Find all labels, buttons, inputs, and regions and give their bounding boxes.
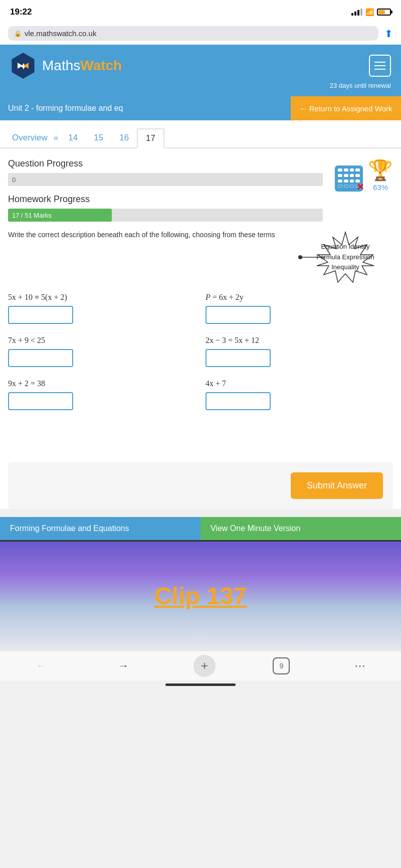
bottom-navigation: ← → + 9 ⋯ [0,650,401,680]
forward-button[interactable]: → [111,653,136,678]
questions-grid: 5x + 10 ≡ 5(x + 2) P = 6x + 2y 7x + 9 < … [0,293,401,432]
question-input-2[interactable] [206,306,271,324]
question-item-5: 9x + 2 = 38 [8,379,195,410]
calculator-icon-wrap: ✕ [335,165,363,192]
homework-progress-label: Homework Progress [8,194,323,205]
tab-17-active[interactable]: 17 [137,128,164,148]
tabs-container: Overview « 14 15 16 17 [0,120,401,148]
question-expr-6: 4x + 7 [206,379,393,388]
question-item-1: 5x + 10 ≡ 5(x + 2) [8,293,195,324]
question-item-3: 7x + 9 < 25 [8,336,195,367]
status-time: 19:22 [10,7,32,17]
back-button[interactable]: ← [29,653,54,678]
tab-14[interactable]: 14 [60,129,86,147]
hamburger-line [374,69,385,70]
question-row-3: 9x + 2 = 38 4x + 7 [8,379,393,410]
status-icons: 📶 [351,8,391,16]
question-input-5[interactable] [8,392,73,410]
logo: ✦ MathsWatch [10,53,122,79]
instruction-section: Write the correct description beneath ea… [0,230,401,293]
video-tab-one-minute-button[interactable]: View One Minute Version [200,517,401,540]
battery-icon [377,9,391,16]
trophy-icon: 🏆 [368,158,393,182]
address-bar: 🔒 vle.mathswatch.co.uk ⬆ [0,22,401,45]
lock-icon: 🔒 [14,30,22,37]
video-tab-forming-button[interactable]: Forming Formulae and Equations [0,517,200,540]
question-input-6[interactable] [206,392,271,410]
signal-icon [351,9,362,16]
clip-title: Clip 137 [154,582,247,610]
question-input-1[interactable] [8,306,73,324]
hamburger-line [374,62,385,63]
tab-count: 9 [279,662,283,670]
video-section: Forming Formulae and Equations View One … [0,517,401,650]
submit-answer-button[interactable]: Submit Answer [291,472,383,499]
question-expr-1: 5x + 10 ≡ 5(x + 2) [8,293,195,302]
more-options-button[interactable]: ⋯ [347,653,372,678]
homework-progress-bar: 17 / 51 Marks [8,209,323,222]
question-input-4[interactable] [206,349,271,367]
tab-arrows[interactable]: « [52,129,60,147]
unit-title: Unit 2 - forming formulae and eq [0,96,291,120]
tab-switcher-button[interactable]: 9 [273,657,290,674]
tab-15[interactable]: 15 [86,129,111,147]
main-content: Overview « 14 15 16 17 Question Progress… [0,120,401,509]
video-tabs: Forming Formulae and Equations View One … [0,517,401,540]
renewal-text: 23 days until renewal [10,79,391,92]
question-item-2: P = 6x + 2y [206,293,393,324]
question-expr-5: 9x + 2 = 38 [8,379,195,388]
question-expr-4: 2x − 3 = 5x + 12 [206,336,393,345]
submit-section: Submit Answer [8,462,393,509]
instruction-text: Write the correct description beneath ea… [8,230,292,240]
question-progress-label: Question Progress [8,158,323,169]
tab-overview[interactable]: Overview [8,129,52,147]
home-indicator [165,683,236,686]
homework-progress-value: 17 / 51 Marks [12,212,52,219]
brand-maths: Maths [42,58,80,73]
status-bar: 19:22 📶 [0,0,401,22]
question-row-2: 7x + 9 < 25 2x − 3 = 5x + 12 [8,336,393,367]
question-input-3[interactable] [8,349,73,367]
url-text: vle.mathswatch.co.uk [25,29,96,38]
question-expr-3: 7x + 9 < 25 [8,336,195,345]
logo-hex: ✦ [10,53,36,79]
new-tab-button[interactable]: + [193,655,216,677]
tab-16[interactable]: 16 [111,129,137,147]
hamburger-line [374,65,385,66]
calculator-x-icon: ✕ [356,182,364,193]
question-expr-2: P = 6x + 2y [206,293,393,302]
video-thumbnail[interactable]: Clip 137 [0,540,401,650]
url-bar[interactable]: 🔒 vle.mathswatch.co.uk [8,26,378,41]
site-header: ✦ MathsWatch 23 days until renewal [0,45,401,96]
question-item-6: 4x + 7 [206,379,393,410]
starburst-container: Equation Identity Formula Expression Ine… [298,230,393,285]
brand-watch: Watch [80,58,122,73]
starburst-labels: Equation Identity Formula Expression Ine… [298,230,393,285]
wifi-icon: 📶 [365,8,374,16]
hex-logo-icon: ✦ [10,53,36,79]
share-button[interactable]: ⬆ [384,28,393,40]
starburst-terms: Equation Identity Formula Expression Ine… [316,242,374,273]
trophy-percentage: 63% [368,183,393,192]
question-progress-value: 0 [12,176,16,184]
question-item-4: 2x − 3 = 5x + 12 [206,336,393,367]
unit-banner: Unit 2 - forming formulae and eq ← Retur… [0,96,401,120]
question-row-1: 5x + 10 ≡ 5(x + 2) P = 6x + 2y [8,293,393,324]
trophy-wrap: 🏆 63% [368,158,393,192]
question-progress-bar: 0 [8,173,323,186]
hamburger-menu-button[interactable] [369,55,391,77]
return-to-assigned-work-button[interactable]: ← Return to Assigned Work [291,96,401,120]
